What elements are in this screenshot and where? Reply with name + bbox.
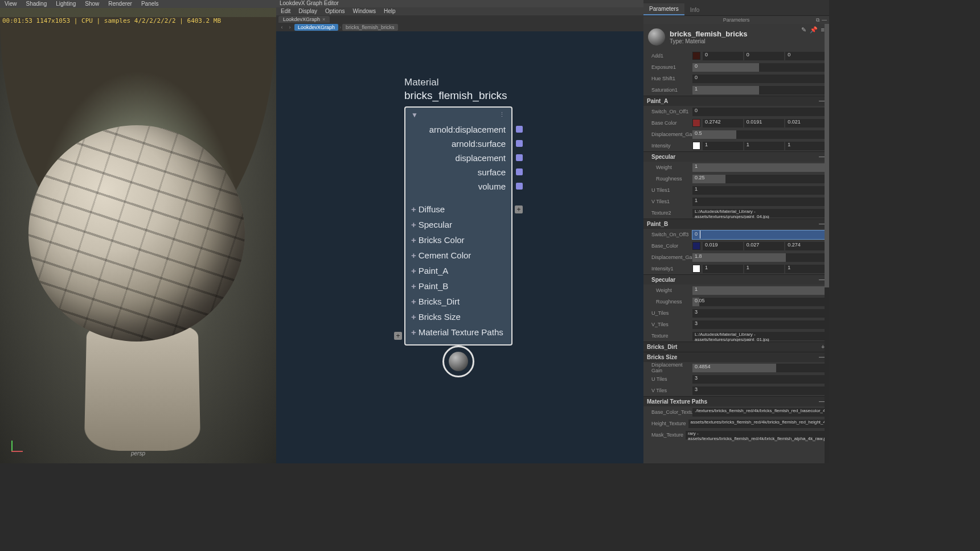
collapse-icon[interactable]: —: [819, 354, 825, 360]
tab-info[interactable]: Info: [684, 5, 706, 15]
node-section[interactable]: +Diffuse: [405, 202, 511, 217]
menu-shading[interactable]: Shading: [26, 1, 47, 7]
intensity-g-input[interactable]: 1: [744, 142, 785, 150]
menu-edit[interactable]: Edit: [281, 8, 290, 15]
menu-panels[interactable]: Panels: [141, 1, 159, 7]
intensity-b-input[interactable]: 1: [785, 142, 826, 150]
menu-windows[interactable]: Windows: [353, 8, 376, 15]
add1-b-input[interactable]: 0: [785, 52, 826, 60]
node-section[interactable]: +Specular: [405, 217, 511, 232]
menu-renderer[interactable]: Renderer: [108, 1, 132, 7]
utiles-input[interactable]: 3: [692, 375, 826, 384]
output-port[interactable]: arnold:surface: [405, 137, 511, 151]
scrollbar-thumb[interactable]: [825, 24, 829, 287]
exposure-input[interactable]: 0: [692, 63, 826, 72]
graph-tab[interactable]: LookdevXGraph×: [278, 16, 330, 23]
menu-display[interactable]: Display: [298, 8, 317, 15]
basecolor-g-input[interactable]: 0.0191: [744, 119, 785, 128]
nav-forward-icon[interactable]: ›: [286, 24, 293, 30]
group-paint-b[interactable]: Paint_B—: [643, 219, 829, 229]
weight-input[interactable]: 1: [692, 286, 826, 295]
basecolor-b-input[interactable]: 0.021: [785, 119, 826, 128]
graph-canvas[interactable]: Material bricks_flemish_bricks ▼ ⋮ arnol…: [276, 31, 643, 463]
add-input-button[interactable]: +: [394, 332, 402, 340]
node-section[interactable]: +Paint_B: [405, 278, 511, 294]
color-swatch[interactable]: [692, 142, 700, 150]
scrollbar[interactable]: [825, 24, 829, 463]
texture-input[interactable]: L:/Autodesk/Material_Library - assets/te…: [692, 332, 826, 340]
breadcrumb-item[interactable]: bricks_flemish_bricks: [342, 24, 398, 31]
param-body[interactable]: Add1000 Exposure10 Hue Shift10 Saturatio…: [643, 50, 829, 463]
add1-g-input[interactable]: 0: [744, 52, 785, 60]
color-swatch[interactable]: [692, 52, 700, 60]
expand-icon[interactable]: +: [411, 297, 416, 306]
add1-r-input[interactable]: 0: [703, 52, 743, 60]
collapse-icon[interactable]: —: [819, 398, 825, 405]
color-swatch[interactable]: [692, 119, 700, 127]
output-port[interactable]: displacement: [405, 151, 511, 165]
port-icon[interactable]: [516, 168, 523, 175]
node-section[interactable]: +Bricks_Dirt: [405, 294, 511, 309]
group-specular-b[interactable]: Specular—: [643, 274, 829, 285]
basecolor-r-input[interactable]: 0.019: [703, 242, 743, 250]
roughness-input[interactable]: 0.25: [692, 175, 826, 183]
kebab-icon[interactable]: ⋮: [499, 111, 506, 119]
output-port[interactable]: volume: [405, 179, 511, 194]
intensity-r-input[interactable]: 1: [703, 265, 743, 273]
viewport-render[interactable]: persp: [0, 8, 276, 463]
menu-options[interactable]: Options: [325, 8, 345, 15]
vtiles-input[interactable]: 3: [692, 320, 826, 329]
hue-input[interactable]: 0: [692, 75, 826, 83]
add-port-button[interactable]: +: [515, 205, 523, 213]
roughness-input[interactable]: 0.05: [692, 298, 826, 306]
height-texture-input[interactable]: assets/textures/bricks_flemish_red/4k/br…: [688, 420, 829, 428]
node-section[interactable]: +Paint_A: [405, 263, 511, 278]
pin-icon[interactable]: 📌: [810, 26, 818, 34]
node-section[interactable]: +Bricks Color: [405, 232, 511, 248]
menu-show[interactable]: Show: [85, 1, 99, 7]
tab-parameters[interactable]: Parameters: [643, 3, 684, 15]
port-icon[interactable]: [516, 140, 523, 147]
collapse-icon[interactable]: —: [819, 98, 825, 104]
group-specular-a[interactable]: Specular—: [643, 151, 829, 162]
port-icon[interactable]: [516, 183, 523, 190]
base-texture-input[interactable]: ./textures/bricks_flemish_red/4k/bricks_…: [692, 408, 829, 417]
group-bricks-dirt[interactable]: Bricks_Dirt+: [643, 342, 829, 352]
vtiles-input[interactable]: 3: [692, 386, 826, 395]
close-icon[interactable]: ×: [322, 17, 325, 22]
expand-icon[interactable]: +: [411, 220, 416, 229]
basecolor-g-input[interactable]: 0.027: [744, 242, 785, 250]
node-section[interactable]: +Cement Color: [405, 248, 511, 263]
disp-gain-input[interactable]: 1.8: [692, 253, 826, 262]
weight-input[interactable]: 1: [692, 163, 826, 172]
expand-icon[interactable]: +: [411, 327, 416, 337]
basecolor-r-input[interactable]: 0.2742: [703, 119, 743, 128]
output-port[interactable]: arnold:displacement: [405, 122, 511, 137]
saturation-input[interactable]: 1: [692, 86, 826, 94]
breadcrumb-item[interactable]: LookdevXGraph: [294, 24, 338, 31]
intensity-r-input[interactable]: 1: [703, 142, 743, 150]
port-icon[interactable]: [516, 154, 523, 161]
intensity-g-input[interactable]: 1: [744, 265, 785, 273]
menu-help[interactable]: Help: [384, 8, 396, 15]
material-preview[interactable]: [442, 346, 474, 377]
node-section[interactable]: +Bricks Size: [405, 309, 511, 324]
disp-gain-input[interactable]: 0.5: [692, 130, 826, 139]
output-port[interactable]: surface: [405, 165, 511, 179]
texture-input[interactable]: L:/Autodesk/Material_Library - assets/te…: [692, 209, 826, 217]
nav-back-icon[interactable]: ‹: [278, 24, 285, 30]
intensity-b-input[interactable]: 1: [785, 265, 826, 273]
disp-gain-input[interactable]: 0.4854: [692, 364, 826, 372]
group-bricks-size[interactable]: Bricks Size—: [643, 352, 829, 362]
collapse-icon[interactable]: —: [819, 277, 825, 283]
minimize-icon[interactable]: —: [822, 16, 827, 24]
expand-icon[interactable]: +: [411, 266, 416, 276]
expand-icon[interactable]: +: [411, 250, 416, 260]
color-swatch[interactable]: [692, 265, 700, 273]
vtiles-input[interactable]: 1: [692, 198, 826, 206]
expand-icon[interactable]: +: [411, 312, 416, 322]
basecolor-b-input[interactable]: 0.274: [785, 242, 826, 250]
expand-icon[interactable]: +: [411, 281, 416, 291]
group-texture-paths[interactable]: Material Texture Paths—: [643, 396, 829, 406]
menu-lighting[interactable]: Lighting: [56, 1, 76, 7]
